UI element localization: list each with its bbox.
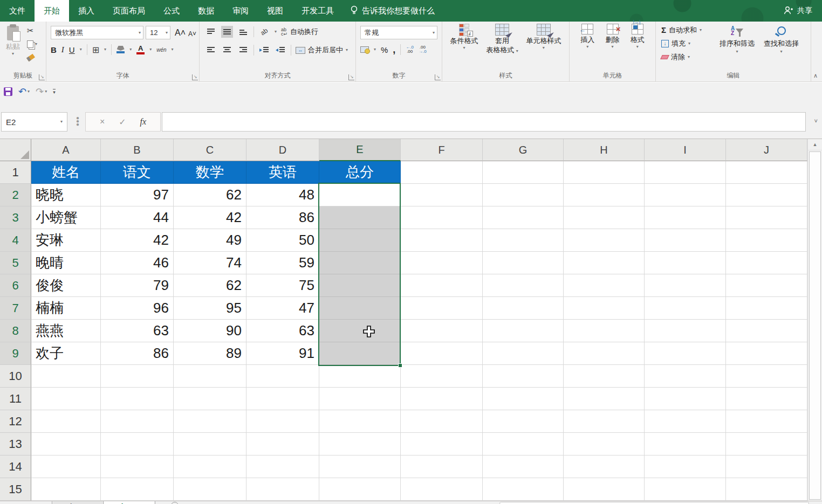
underline-button[interactable]: U: [69, 45, 75, 54]
merge-center-button[interactable]: ↔ 合并后居中 ▾: [296, 45, 348, 55]
cell-I1[interactable]: [645, 161, 726, 184]
cell-E2[interactable]: [319, 184, 401, 206]
cell-B8[interactable]: 63: [101, 320, 174, 342]
underline-dropdown-arrow[interactable]: ▾: [80, 47, 82, 52]
share-button[interactable]: 共享: [784, 0, 812, 22]
tab-page-layout[interactable]: 页面布局: [104, 0, 154, 22]
cell-J14[interactable]: [726, 455, 807, 478]
sheet-tab-sheet2[interactable]: Sheet2: [104, 501, 154, 504]
row-header-2[interactable]: 2: [0, 184, 31, 206]
cell-D4[interactable]: 50: [246, 229, 319, 252]
cell-J10[interactable]: [726, 365, 807, 388]
insert-function-button[interactable]: fx: [140, 117, 147, 127]
cell-G3[interactable]: [483, 206, 564, 229]
cell-E14[interactable]: [319, 455, 401, 478]
column-header-J[interactable]: J: [726, 139, 807, 161]
cell-C12[interactable]: [174, 410, 246, 433]
cell-F11[interactable]: [401, 388, 483, 410]
accounting-format-button[interactable]: [360, 46, 369, 53]
cell-C9[interactable]: 89: [174, 342, 246, 365]
cell-J8[interactable]: [726, 320, 807, 342]
cell-G10[interactable]: [483, 365, 564, 388]
cell-I13[interactable]: [645, 433, 726, 455]
cell-G8[interactable]: [483, 320, 564, 342]
name-box[interactable]: E2 ▾: [1, 112, 67, 132]
format-cells-button[interactable]: |↔| 格式 ▾: [631, 24, 645, 49]
cell-A6[interactable]: 俊俊: [31, 274, 101, 297]
delete-cells-button[interactable]: × 删除 ▾: [606, 24, 620, 49]
cell-F6[interactable]: [401, 274, 483, 297]
number-format-combo[interactable]: 常规▾: [360, 26, 437, 39]
new-sheet-button[interactable]: +: [171, 502, 179, 504]
formula-bar-drag-handle[interactable]: ●●●: [76, 116, 79, 126]
italic-button[interactable]: I: [61, 45, 64, 54]
cell-J9[interactable]: [726, 342, 807, 365]
cell-D11[interactable]: [246, 388, 319, 410]
autosum-button[interactable]: Σ 自动求和 ▾: [661, 25, 702, 35]
cell-G13[interactable]: [483, 433, 564, 455]
cell-G4[interactable]: [483, 229, 564, 252]
cell-A1[interactable]: 姓名: [31, 161, 101, 184]
cell-A9[interactable]: 欢子: [31, 342, 101, 365]
cell-I9[interactable]: [645, 342, 726, 365]
phonetic-guide-button[interactable]: wén: [156, 47, 166, 53]
cell-H6[interactable]: [564, 274, 645, 297]
cell-H4[interactable]: [564, 229, 645, 252]
cell-D5[interactable]: 59: [246, 252, 319, 274]
column-header-B[interactable]: B: [101, 139, 174, 161]
cell-F12[interactable]: [401, 410, 483, 433]
row-header-12[interactable]: 12: [0, 410, 31, 433]
clear-button[interactable]: 清除 ▾: [661, 52, 702, 62]
cell-B13[interactable]: [101, 433, 174, 455]
tab-developer[interactable]: 开发工具: [292, 0, 343, 22]
cell-J5[interactable]: [726, 252, 807, 274]
alignment-dialog-launcher[interactable]: ↘: [348, 74, 354, 80]
cell-F1[interactable]: [401, 161, 483, 184]
row-header-9[interactable]: 9: [0, 342, 31, 365]
cell-E3[interactable]: [319, 206, 401, 229]
cell-C3[interactable]: 42: [174, 206, 246, 229]
cell-B1[interactable]: 语文: [101, 161, 174, 184]
cell-A12[interactable]: [31, 410, 101, 433]
cell-J3[interactable]: [726, 206, 807, 229]
format-as-table-button[interactable]: 套用 表格格式 ▾: [486, 24, 518, 54]
expand-formula-bar-button[interactable]: ˅: [814, 118, 818, 124]
row-header-15[interactable]: 15: [0, 478, 31, 501]
cell-F4[interactable]: [401, 229, 483, 252]
align-right-button[interactable]: [237, 44, 249, 56]
cell-A10[interactable]: [31, 365, 101, 388]
cell-E4[interactable]: [319, 229, 401, 252]
undo-button[interactable]: ↶▾: [18, 87, 30, 96]
cell-B15[interactable]: [101, 478, 174, 501]
cell-H2[interactable]: [564, 184, 645, 206]
cell-F5[interactable]: [401, 252, 483, 274]
cell-A14[interactable]: [31, 455, 101, 478]
row-header-14[interactable]: 14: [0, 455, 31, 478]
cell-G9[interactable]: [483, 342, 564, 365]
align-left-button[interactable]: [205, 44, 217, 56]
vertical-scroll-thumb[interactable]: [809, 151, 821, 500]
row-header-11[interactable]: 11: [0, 388, 31, 410]
cell-I11[interactable]: [645, 388, 726, 410]
align-center-button[interactable]: [221, 44, 233, 56]
cell-F2[interactable]: [401, 184, 483, 206]
bold-button[interactable]: B: [51, 45, 57, 54]
customize-qat-button[interactable]: ▾: [53, 89, 56, 94]
cell-E8[interactable]: [319, 320, 401, 342]
number-dialog-launcher[interactable]: ↘: [435, 74, 441, 80]
cell-H13[interactable]: [564, 433, 645, 455]
cell-A11[interactable]: [31, 388, 101, 410]
middle-align-button[interactable]: [221, 26, 233, 38]
cell-H12[interactable]: [564, 410, 645, 433]
tab-insert[interactable]: 插入: [69, 0, 104, 22]
row-header-13[interactable]: 13: [0, 433, 31, 455]
scroll-up-button[interactable]: ▲: [808, 139, 822, 150]
tab-review[interactable]: 审阅: [223, 0, 258, 22]
cell-I2[interactable]: [645, 184, 726, 206]
cell-H5[interactable]: [564, 252, 645, 274]
cell-C10[interactable]: [174, 365, 246, 388]
cell-J4[interactable]: [726, 229, 807, 252]
cell-E9[interactable]: [319, 342, 401, 365]
cell-C15[interactable]: [174, 478, 246, 501]
cell-B4[interactable]: 42: [101, 229, 174, 252]
